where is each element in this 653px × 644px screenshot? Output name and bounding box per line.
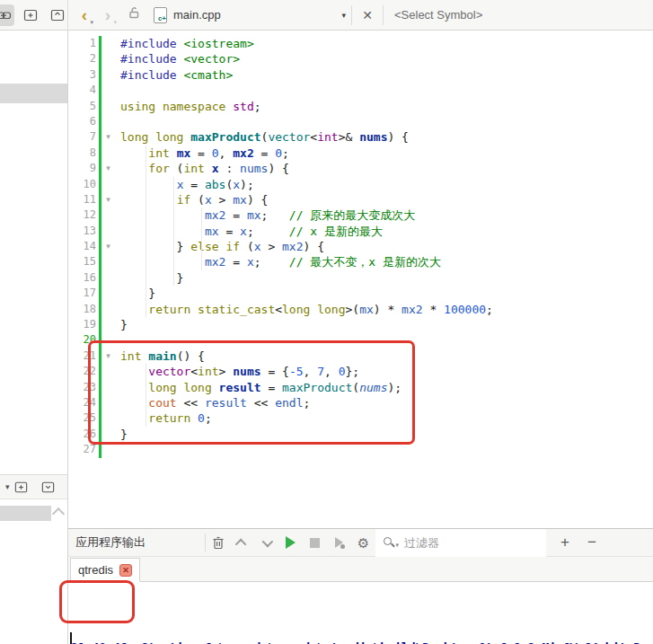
line-number: 25: [68, 410, 98, 426]
output-line: 21:40:46: Starting C:\mycode\mycode\qtre…: [71, 639, 653, 644]
code-line: 2#include <vector>: [68, 51, 653, 66]
code-text: return 0;: [120, 410, 212, 426]
indent-guide: [201, 207, 202, 270]
line-number: 12: [68, 207, 98, 223]
previous-item-icon[interactable]: [230, 532, 254, 553]
fold-marker-icon[interactable]: ▾: [101, 161, 115, 176]
fold-gutter: [101, 177, 115, 192]
sidebar-selected-item[interactable]: [0, 84, 67, 103]
stop-icon[interactable]: [303, 532, 327, 553]
application-output-panel: 应用程序输出 ⚙ ▾ + − qtredis ✕ 21:40:46: Start…: [68, 528, 653, 644]
code-line: 17 }: [68, 286, 653, 301]
code-text: vector<int> nums = {-5, 7, 0};: [120, 364, 359, 379]
zoom-in-output-icon[interactable]: +: [552, 534, 578, 551]
code-line: 4: [68, 83, 653, 98]
line-number: 16: [68, 270, 98, 286]
line-number: 5: [68, 99, 98, 114]
code-text: cout << result << endl;: [120, 395, 310, 410]
output-tab-bar: qtredis ✕: [68, 557, 653, 582]
fold-marker-icon[interactable]: ▾: [101, 129, 115, 145]
toolbar-separator: [351, 5, 352, 25]
go-back-icon[interactable]: ‹▾: [77, 6, 92, 23]
code-line: 22 vector<int> nums = {-5, 7, 0};: [68, 364, 653, 379]
document-navigation: ‹▾ ›▾ c+ main.cpp ▾ ✕ <Select Symbol>: [68, 0, 653, 30]
filter-input[interactable]: [402, 535, 532, 551]
pane-dropdown-icon[interactable]: ▾: [5, 482, 10, 491]
open-in-new-window-icon[interactable]: [47, 4, 67, 26]
pane-split-icon[interactable]: [13, 476, 31, 498]
line-number: 7: [68, 129, 98, 145]
clear-output-icon[interactable]: [206, 532, 230, 553]
fold-gutter: [101, 114, 115, 129]
code-text: long long maxProduct(vector<int>& nums) …: [120, 129, 409, 145]
code-text: #include <iostream>: [120, 36, 254, 51]
line-number: 6: [68, 114, 98, 129]
toolbar-separator: [383, 5, 384, 25]
output-text-area[interactable]: 21:40:46: Starting C:\mycode\mycode\qtre…: [68, 582, 653, 644]
code-line: 25 return 0;: [68, 410, 653, 426]
line-number: 3: [68, 67, 98, 83]
sidebar-lower-selected-item[interactable]: [0, 506, 51, 521]
code-line: 15 mx2 = x; // 最大不变，x 是新的次大: [68, 254, 653, 269]
output-panel-title: 应用程序输出: [75, 534, 205, 551]
search-icon: ▾: [383, 536, 395, 549]
output-filter-field[interactable]: ▾: [375, 529, 546, 557]
code-text: mx2 = x; // 最大不变，x 是新的次大: [120, 254, 441, 269]
fold-gutter: [101, 332, 115, 348]
code-line: 7▾long long maxProduct(vector<int>& nums…: [68, 129, 653, 145]
fold-marker-icon[interactable]: ▾: [101, 239, 115, 254]
code-text: using namespace std;: [120, 99, 261, 114]
code-line: 9▾ for (int x : nums) {: [68, 161, 653, 176]
line-number: 4: [68, 83, 98, 98]
run-debug-icon[interactable]: [327, 532, 351, 553]
go-forward-icon[interactable]: ›▾: [101, 6, 115, 23]
code-line: 23 long long result = maxProduct(nums);: [68, 380, 653, 395]
fold-gutter: [101, 99, 115, 114]
close-tab-icon[interactable]: ✕: [119, 564, 132, 577]
line-number: 1: [68, 36, 98, 51]
close-document-icon[interactable]: ✕: [357, 8, 377, 22]
line-number: 10: [68, 177, 98, 192]
fold-marker-icon[interactable]: ▾: [101, 192, 115, 207]
code-text: }: [120, 317, 128, 332]
line-number: 8: [68, 146, 98, 161]
fold-gutter: [101, 317, 115, 332]
code-text: } else if (x > mx2) {: [120, 239, 324, 254]
code-line: 16 }: [68, 270, 653, 286]
code-line: 1#include <iostream>: [68, 36, 653, 51]
code-line: 19}: [68, 317, 653, 332]
output-tab-qtredis[interactable]: qtredis ✕: [70, 558, 140, 582]
link-editor-icon[interactable]: [0, 4, 14, 26]
code-text: #include <cmath>: [120, 67, 233, 83]
fold-gutter: [101, 207, 115, 223]
symbol-selector[interactable]: <Select Symbol>: [394, 8, 482, 22]
zoom-out-output-icon[interactable]: −: [578, 534, 605, 551]
fold-marker-icon[interactable]: ▾: [101, 348, 115, 364]
file-dropdown-icon[interactable]: ▾: [341, 11, 346, 20]
line-number: 22: [68, 364, 98, 379]
indent-guide: [146, 364, 146, 427]
fold-gutter: [101, 395, 115, 410]
code-editor[interactable]: 1#include <iostream>2#include <vector>3#…: [68, 31, 653, 528]
fold-gutter: [101, 302, 115, 317]
scroll-up-icon[interactable]: [52, 507, 65, 520]
code-text: mx = x; // x 是新的最大: [120, 224, 383, 239]
fold-gutter: [101, 286, 115, 301]
code-text: #include <vector>: [120, 51, 240, 66]
line-number: 17: [68, 286, 98, 301]
line-number: 19: [68, 317, 98, 332]
fold-gutter: [101, 146, 115, 161]
pane-collapse-icon[interactable]: [40, 476, 57, 498]
code-lines: 1#include <iostream>2#include <vector>3#…: [68, 31, 653, 458]
next-item-icon[interactable]: [254, 532, 278, 553]
unlock-icon[interactable]: [128, 6, 141, 23]
editor-split-controls: [0, 0, 68, 30]
split-editor-icon[interactable]: [21, 4, 41, 26]
code-line: 24 cout << result << endl;: [68, 395, 653, 410]
indent-guide: [173, 177, 174, 286]
fold-gutter: [101, 410, 115, 426]
settings-gear-icon[interactable]: ⚙: [351, 532, 375, 553]
cpp-file-icon: c+: [154, 7, 167, 23]
run-icon[interactable]: [278, 532, 303, 553]
open-file-combobox[interactable]: c+ main.cpp ▾: [141, 0, 346, 30]
